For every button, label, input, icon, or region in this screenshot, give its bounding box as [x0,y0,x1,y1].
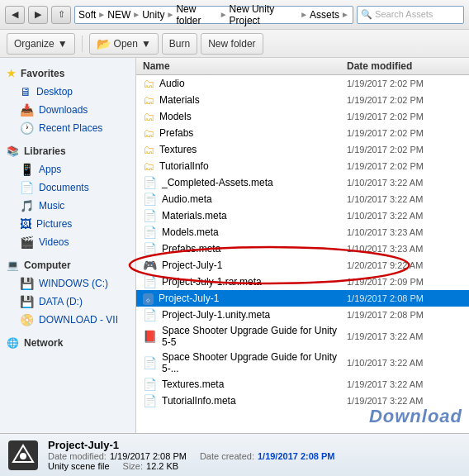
table-row[interactable]: 🗂Materials1/19/2017 2:02 PM [136,92,469,108]
favorites-header[interactable]: ★ Favorites [0,64,135,83]
file-icon: 🗂 [143,126,154,140]
table-row[interactable]: 📄Prefabs.meta1/10/2017 3:23 AM [136,240,469,257]
file-date: 1/19/2017 2:09 PM [347,277,462,287]
file-icon: 📄 [143,378,157,391]
status-size: Size: 12.2 KB [123,461,179,471]
table-row[interactable]: 📕Space Shooter Upgrade Guide for Unity 5… [136,323,469,350]
file-date: 1/19/2017 2:02 PM [347,145,462,155]
file-name: Project-July-1 [159,293,219,304]
path-segment-new[interactable]: NEW [107,9,130,21]
status-details-2: Unity scene file Size: 12.2 KB [48,461,461,471]
svg-point-1 [20,453,26,459]
table-row[interactable]: 📄_Completed-Assets.meta1/10/2017 3:22 AM [136,174,469,191]
file-date: 1/10/2017 3:22 AM [347,194,462,204]
sidebar-item-recent[interactable]: 🕐 Recent Places [0,119,135,137]
file-icon: 📄 [143,356,157,369]
path-segment-unity[interactable]: Unity [142,9,164,21]
path-segment-soft[interactable]: Soft [78,9,96,21]
music-icon: 🎵 [20,199,34,212]
desktop-icon: 🖥 [20,85,31,98]
sidebar-item-d-drive[interactable]: 💾 DATA (D:) [0,293,135,311]
table-row[interactable]: 📄TutorialInfo.meta1/19/2017 3:22 AM [136,393,469,409]
file-name: Prefabs.meta [162,243,220,255]
computer-icon: 💻 [7,259,19,271]
file-name: TutorialInfo [159,160,209,172]
file-name: Prefabs [159,127,193,139]
file-date: 1/10/2017 3:22 AM [347,211,462,221]
star-icon: ★ [7,68,16,79]
sidebar-item-desktop[interactable]: 🖥 Desktop [0,83,135,101]
table-row[interactable]: 📄Space Shooter Upgrade Guide for Unity 5… [136,350,469,376]
address-bar: ◀ ▶ ⇧ Soft ► NEW ► Unity ► New folder ► … [0,0,469,30]
up-button[interactable]: ⇧ [51,6,71,24]
file-icon: 🗂 [143,143,154,156]
file-icon: 📄 [143,275,157,288]
table-row[interactable]: 🗂Models1/19/2017 2:02 PM [136,108,469,125]
toolbar: Organize ▼ 📂 Open ▼ Burn New folder [0,30,469,58]
file-icon: 📕 [143,330,157,343]
file-icon: 📄 [143,308,157,321]
table-row[interactable]: 📄Project-July-1.rar.meta1/19/2017 2:09 P… [136,274,469,290]
file-date: 1/19/2017 2:02 PM [347,79,462,88]
table-row[interactable]: 🎮Project-July-11/20/2017 9:22 AM [136,257,469,274]
file-date: 1/19/2017 3:22 AM [347,396,462,406]
pictures-icon: 🖼 [20,217,31,231]
main-layout: ★ Favorites 🖥 Desktop 📥 Downloads 🕐 Rece… [0,58,469,433]
table-row[interactable]: 🗂Audio1/19/2017 2:02 PM [136,75,469,92]
table-row[interactable]: 🗂Prefabs1/19/2017 2:02 PM [136,125,469,141]
file-date: 1/10/2017 3:23 AM [347,244,462,254]
file-date: 1/19/2017 2:08 PM [347,310,462,320]
sidebar-item-pictures[interactable]: 🖼 Pictures [0,215,135,233]
computer-header[interactable]: 💻 Computer [0,256,135,274]
sidebar-item-music[interactable]: 🎵 Music [0,197,135,215]
status-filename: Project-July-1 [48,439,461,451]
file-icon: 📄 [143,193,157,206]
open-button[interactable]: 📂 Open ▼ [89,33,159,55]
path-segment-newunityproject[interactable]: New Unity Project [230,3,299,26]
file-name: Audio [159,78,185,89]
file-name: Project-July-1 [162,259,222,271]
table-row[interactable]: 📄Project-July-1.unity.meta1/19/2017 2:08… [136,307,469,323]
file-date: 1/19/2017 3:22 AM [347,379,462,389]
back-button[interactable]: ◀ [5,6,25,24]
file-icon: 🗂 [143,77,154,90]
libraries-header[interactable]: 📚 Libraries [0,142,135,160]
search-box[interactable]: 🔍 Search Assets [357,6,464,24]
file-date: 1/10/2017 3:22 AM [347,358,462,368]
sidebar-item-c-drive[interactable]: 💾 WINDOWS (C:) [0,274,135,293]
sidebar-item-apps[interactable]: 📱 Apps [0,160,135,178]
table-row[interactable]: 🗂TutorialInfo1/19/2017 2:02 PM [136,158,469,174]
file-list: Name Date modified 🗂Audio1/19/2017 2:02 … [136,58,469,433]
sidebar-item-videos[interactable]: 🎬 Videos [0,233,135,251]
file-icon: 📄 [143,209,157,222]
table-row[interactable]: ⬦Project-July-11/19/2017 2:08 PM [136,290,469,307]
new-folder-button[interactable]: New folder [201,33,263,55]
file-icon: 📄 [143,226,157,239]
file-name: Materials.meta [162,210,227,221]
network-header[interactable]: 🌐 Network [0,334,135,352]
drive-d-icon: 💾 [20,295,34,308]
table-row[interactable]: 📄Textures.meta1/19/2017 3:22 AM [136,376,469,393]
status-filetype: Unity scene file [48,461,110,471]
burn-button[interactable]: Burn [162,33,197,55]
path-segment-newfolder[interactable]: New folder [176,3,217,26]
organize-button[interactable]: Organize ▼ [7,33,75,55]
table-row[interactable]: 📄Audio.meta1/10/2017 3:22 AM [136,191,469,207]
sidebar-item-documents[interactable]: 📄 Documents [0,178,135,197]
status-date-modified: Date modified: 1/19/2017 2:08 PM [48,451,187,461]
file-name: Models.meta [162,226,219,238]
table-row[interactable]: 🗂Textures1/19/2017 2:02 PM [136,141,469,158]
file-name: TutorialInfo.meta [162,395,236,407]
table-row[interactable]: 📄Materials.meta1/10/2017 3:22 AM [136,207,469,224]
libraries-section: 📚 Libraries 📱 Apps 📄 Documents 🎵 Music 🖼 [0,142,135,251]
file-date: 1/19/2017 2:02 PM [347,112,462,121]
videos-icon: 🎬 [20,236,34,249]
path-segment-assets[interactable]: Assets [310,9,339,21]
sidebar-item-downloads[interactable]: 📥 Downloads [0,101,135,119]
file-date: 1/10/2017 3:23 AM [347,227,462,237]
forward-button[interactable]: ▶ [28,6,48,24]
file-date: 1/19/2017 3:22 AM [347,331,462,341]
sidebar-item-download-drive[interactable]: 📀 DOWNLOAD - VII [0,311,135,329]
recent-icon: 🕐 [20,121,34,135]
table-row[interactable]: 📄Models.meta1/10/2017 3:23 AM [136,224,469,240]
